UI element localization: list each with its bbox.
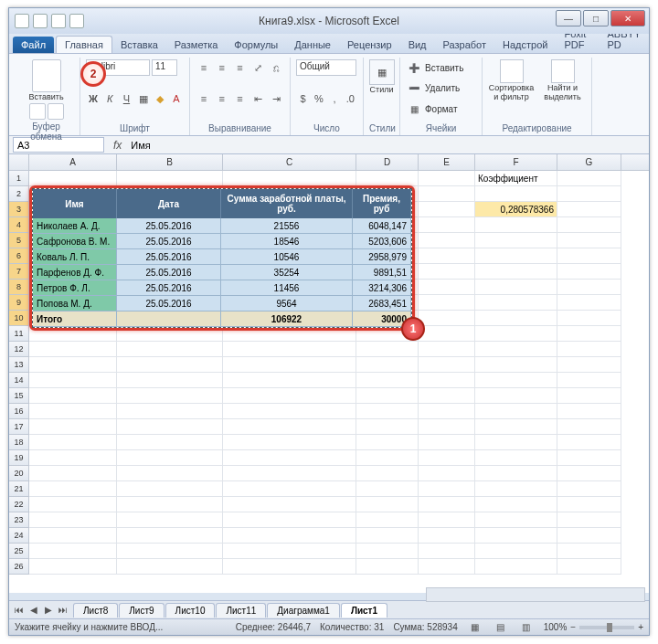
cell[interactable]: [29, 357, 117, 373]
decrease-indent-icon[interactable]: ⇤: [249, 90, 266, 107]
cell[interactable]: [557, 497, 621, 512]
cell[interactable]: [29, 528, 117, 544]
cell[interactable]: [29, 544, 117, 559]
select-all-corner[interactable]: [9, 154, 29, 170]
cell[interactable]: [29, 481, 117, 497]
cell[interactable]: [117, 512, 223, 528]
tab-file[interactable]: Файл: [13, 37, 54, 53]
row-header[interactable]: 13: [9, 357, 29, 373]
row-header[interactable]: 11: [9, 326, 29, 342]
cell[interactable]: [475, 280, 557, 295]
cell[interactable]: [117, 388, 223, 404]
cell[interactable]: [557, 559, 621, 575]
row-header[interactable]: 21: [9, 481, 29, 497]
grid-row[interactable]: 24: [9, 528, 649, 544]
undo-icon[interactable]: [51, 14, 66, 28]
cell[interactable]: [475, 404, 557, 419]
cell[interactable]: [475, 217, 557, 233]
save-icon[interactable]: [33, 14, 48, 28]
row-header[interactable]: 1: [9, 171, 29, 186]
cell[interactable]: [419, 233, 475, 248]
row-header[interactable]: 14: [9, 373, 29, 388]
find-select-button[interactable]: Найти и выделить: [540, 59, 586, 101]
cell[interactable]: [117, 481, 223, 497]
col-header-F[interactable]: F: [475, 154, 557, 170]
cell[interactable]: [419, 264, 475, 280]
col-header-A[interactable]: A: [29, 154, 117, 170]
row-header[interactable]: 3: [9, 202, 29, 217]
number-format-select[interactable]: Общий: [296, 59, 356, 76]
cell[interactable]: [557, 435, 621, 450]
tab-review[interactable]: Рецензир: [339, 37, 400, 53]
fx-icon[interactable]: fx: [108, 139, 127, 152]
cell[interactable]: [557, 248, 621, 264]
col-header-C[interactable]: C: [223, 154, 356, 170]
cell[interactable]: [356, 450, 419, 466]
increase-decimal-icon[interactable]: .0: [344, 90, 357, 107]
col-header-E[interactable]: E: [419, 154, 475, 170]
cell[interactable]: [223, 388, 356, 404]
grid-row[interactable]: 16: [9, 404, 649, 419]
row-header[interactable]: 15: [9, 388, 29, 404]
cell[interactable]: [29, 373, 117, 388]
zoom-control[interactable]: 100% −+: [544, 622, 643, 632]
cell[interactable]: [557, 342, 621, 357]
cell[interactable]: [557, 357, 621, 373]
fill-color-icon[interactable]: ◆: [153, 90, 167, 107]
cell[interactable]: [29, 512, 117, 528]
cell[interactable]: [223, 342, 356, 357]
align-left-icon[interactable]: ≡: [196, 90, 212, 107]
cell[interactable]: [356, 342, 419, 357]
sort-filter-button[interactable]: Сортировка и фильтр: [489, 59, 535, 101]
underline-icon[interactable]: Ч: [119, 90, 133, 107]
cell[interactable]: [557, 419, 621, 435]
cell[interactable]: [557, 280, 621, 295]
tab-data[interactable]: Данные: [286, 37, 339, 53]
col-header-B[interactable]: B: [117, 154, 223, 170]
column-headers[interactable]: A B C D E F G: [9, 154, 649, 171]
font-color-icon[interactable]: A: [169, 90, 184, 107]
cell[interactable]: [29, 466, 117, 481]
cell[interactable]: [223, 528, 356, 544]
cell[interactable]: [117, 497, 223, 512]
cell[interactable]: [117, 171, 223, 186]
delete-cells-label[interactable]: Удалить: [425, 83, 460, 93]
row-header[interactable]: 23: [9, 512, 29, 528]
paste-button[interactable]: [32, 59, 61, 92]
cell[interactable]: [419, 280, 475, 295]
cell[interactable]: [117, 435, 223, 450]
row-header[interactable]: 7: [9, 264, 29, 280]
insert-cells-icon[interactable]: ➕: [406, 59, 422, 76]
cell[interactable]: [223, 481, 356, 497]
cell[interactable]: [117, 404, 223, 419]
cell[interactable]: [117, 466, 223, 481]
table-row[interactable]: Сафронова В. М.25.05.2016185465203,606: [33, 234, 411, 249]
row-header[interactable]: 6: [9, 248, 29, 264]
cell[interactable]: [29, 388, 117, 404]
cell[interactable]: [223, 466, 356, 481]
align-top-icon[interactable]: ≡: [196, 59, 212, 76]
sheet-tab[interactable]: Лист8: [73, 603, 118, 618]
row-header[interactable]: 2: [9, 186, 29, 202]
formula-input[interactable]: Имя: [127, 140, 649, 151]
grid-row[interactable]: 14: [9, 373, 649, 388]
cell[interactable]: [223, 450, 356, 466]
cell[interactable]: [356, 373, 419, 388]
cell[interactable]: [419, 186, 475, 202]
cell[interactable]: [356, 388, 419, 404]
comma-icon[interactable]: ,: [328, 90, 342, 107]
row-header[interactable]: 10: [9, 311, 29, 326]
cell[interactable]: [223, 497, 356, 512]
cell[interactable]: [419, 357, 475, 373]
percent-icon[interactable]: %: [312, 90, 325, 107]
insert-cells-label[interactable]: Вставить: [425, 63, 463, 73]
cell[interactable]: [356, 544, 419, 559]
table-row[interactable]: Попова М. Д.25.05.201695642683,451: [33, 296, 411, 311]
grid-row[interactable]: 22: [9, 497, 649, 512]
cell[interactable]: [475, 466, 557, 481]
cell[interactable]: [117, 419, 223, 435]
row-header[interactable]: 9: [9, 295, 29, 311]
row-header[interactable]: 25: [9, 544, 29, 559]
cell[interactable]: [557, 404, 621, 419]
sheet-nav-arrows[interactable]: ⏮◀▶⏭: [9, 605, 73, 615]
